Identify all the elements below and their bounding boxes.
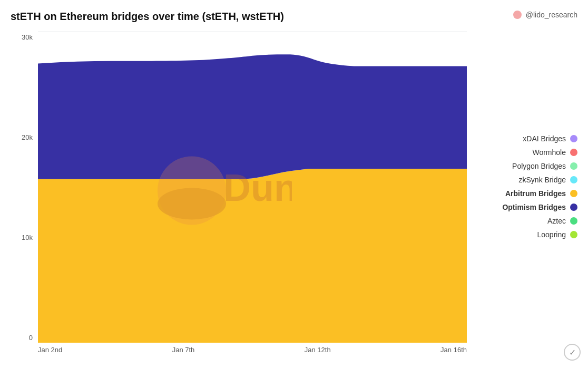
x-label-jan7: Jan 7th — [172, 346, 195, 357]
x-label-jan16: Jan 16th — [440, 346, 467, 357]
legend-label-arbitrum: Arbitrum Bridges — [505, 189, 566, 198]
legend-dot-aztec — [570, 217, 577, 225]
legend-label-loopring: Loopring — [537, 230, 566, 239]
attribution: @lido_research — [513, 11, 577, 19]
legend-dot-loopring — [570, 231, 577, 238]
legend-item-optimism: Optimism Bridges — [477, 203, 577, 211]
y-label-0: 0 — [29, 334, 33, 342]
legend-dot-arbitrum — [570, 190, 577, 197]
legend-dot-optimism — [570, 204, 577, 211]
legend: xDAI Bridges Wormhole Polygon Bridges zk… — [472, 31, 577, 357]
legend-label-zksynk: zkSynk Bridge — [519, 176, 566, 184]
y-label-10k: 10k — [22, 234, 33, 241]
legend-dot-xdai — [570, 135, 577, 142]
x-axis: Jan 2nd Jan 7th Jan 12th Jan 16th — [38, 343, 467, 357]
legend-label-aztec: Aztec — [547, 217, 566, 225]
legend-dot-polygon — [570, 162, 577, 170]
attribution-text: @lido_research — [526, 11, 577, 19]
y-label-20k: 20k — [22, 133, 33, 141]
legend-label-polygon: Polygon Bridges — [512, 162, 566, 170]
legend-dot-wormhole — [570, 149, 577, 156]
legend-dot-zksynk — [570, 176, 577, 183]
optimism-area — [38, 54, 467, 179]
chart-body: 30k 20k 10k 0 — [11, 31, 577, 357]
arbitrum-area — [38, 169, 467, 343]
chart-area-wrapper: Dune Jan 2nd Jan 7th Jan 12th Jan 16th — [38, 31, 467, 357]
x-label-jan2: Jan 2nd — [38, 346, 62, 357]
legend-item-arbitrum: Arbitrum Bridges — [477, 189, 577, 198]
legend-item-zksynk: zkSynk Bridge — [477, 176, 577, 184]
legend-label-optimism: Optimism Bridges — [502, 203, 566, 211]
x-label-jan12: Jan 12th — [305, 346, 331, 357]
legend-item-xdai: xDAI Bridges — [477, 134, 577, 143]
checkmark-icon: ✓ — [569, 347, 576, 357]
y-label-30k: 30k — [22, 33, 33, 41]
y-axis: 30k 20k 10k 0 — [11, 31, 33, 357]
legend-item-polygon: Polygon Bridges — [477, 162, 577, 170]
legend-label-xdai: xDAI Bridges — [523, 134, 566, 143]
legend-item-loopring: Loopring — [477, 230, 577, 239]
header-row: stETH on Ethereum bridges over time (stE… — [11, 11, 577, 23]
legend-item-wormhole: Wormhole — [477, 148, 577, 157]
checkmark-badge[interactable]: ✓ — [564, 344, 581, 361]
attribution-dot — [513, 11, 522, 19]
legend-item-aztec: Aztec — [477, 217, 577, 225]
chart-container: stETH on Ethereum bridges over time (stE… — [0, 0, 588, 368]
legend-label-wormhole: Wormhole — [532, 148, 566, 157]
area-chart-svg — [38, 31, 467, 343]
chart-title: stETH on Ethereum bridges over time (stE… — [11, 11, 284, 23]
